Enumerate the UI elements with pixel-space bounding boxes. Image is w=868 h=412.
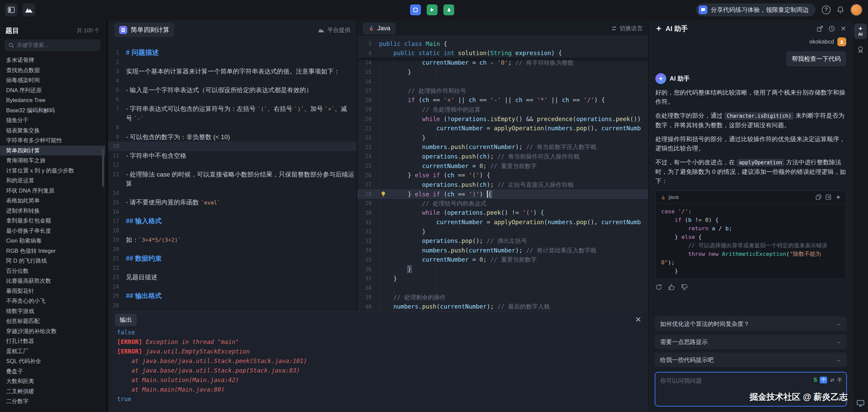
code-line[interactable]: 3public class Main { xyxy=(357,39,648,49)
sidebar-item[interactable]: 创意标题匹配 xyxy=(0,316,105,326)
problem-title-chip[interactable]: 简单四则计算 xyxy=(114,23,174,37)
sidebar-scrollbar[interactable] xyxy=(102,149,104,187)
line-number: 23 xyxy=(357,144,379,150)
sidebar-item[interactable]: Base32 编码和解码 xyxy=(0,105,105,116)
code-line[interactable]: 35 currentNumber = 0; // 重置当前数字 xyxy=(357,255,648,265)
code-line[interactable]: 16 xyxy=(357,77,648,86)
code-line[interactable]: 17 // 处理操作符和括号 xyxy=(357,86,648,96)
bell-icon[interactable] xyxy=(837,6,844,14)
sidebar-item[interactable]: Bytedance Tree xyxy=(0,95,105,105)
code-line[interactable]: 36 } xyxy=(357,264,648,274)
code-line[interactable]: 32 } xyxy=(357,227,648,236)
suggestion-chip[interactable]: 如何优化这个算法的时间复杂度？→ xyxy=(655,316,847,331)
activity-icon[interactable] xyxy=(856,45,865,53)
app-logo[interactable] xyxy=(22,3,35,16)
sidebar-item[interactable]: 叠盘子 xyxy=(0,366,105,377)
code-line[interactable]: 23 numbers.push(currentNumber); // 将当前数字… xyxy=(357,143,648,152)
sidebar-item[interactable]: Cion 勒索病毒 xyxy=(0,236,105,246)
regenerate-icon[interactable] xyxy=(655,284,662,291)
sidebar-item[interactable]: 拿到最多红包金额 xyxy=(0,216,105,226)
suggestion-chip[interactable]: 需要一点思路提示→ xyxy=(655,334,847,349)
apply-icon[interactable] xyxy=(835,194,841,200)
sidebar-item[interactable]: 比赛最高获胜次数 xyxy=(0,276,105,286)
user-avatar[interactable] xyxy=(850,4,863,16)
sidebar-item[interactable]: 进制求和转换 xyxy=(0,206,105,216)
tab-java[interactable]: Java xyxy=(363,22,396,34)
sidebar-item[interactable]: 暴雨梨花针 xyxy=(0,286,105,296)
sidebar-item[interactable]: SQL 代码补全 xyxy=(0,356,105,366)
sidebar-item[interactable]: 二分数字 xyxy=(0,396,105,407)
code-line[interactable]: 29 // 处理括号内的表达式 xyxy=(357,199,648,208)
code-line[interactable]: 34 numbers.push(currentNumber); // 将计算结果… xyxy=(357,246,648,255)
search-box[interactable] xyxy=(5,39,100,51)
sidebar-item[interactable]: 打孔计数器 xyxy=(0,336,105,346)
submit-button[interactable] xyxy=(443,4,454,15)
code-line[interactable]: 38 xyxy=(357,283,648,293)
sidebar-item[interactable]: 最小替换子串长度 xyxy=(0,226,105,236)
console-tab-output[interactable]: 输出 xyxy=(115,314,137,326)
sidebar-item[interactable]: 青海湖租车之旅 xyxy=(0,155,105,166)
suggestion-chip[interactable]: 给我一些代码提示吧→ xyxy=(655,352,847,367)
lightbulb-icon[interactable] xyxy=(380,191,387,197)
code-line[interactable]: 39 // 处理剩余的操作 xyxy=(357,293,648,302)
sidebar-item[interactable]: 蛋糕工厂 xyxy=(0,346,105,357)
code-line[interactable]: 24 operations.push(ch); // 将当前操作符压入操作符栈 xyxy=(357,152,648,161)
code-line[interactable]: 20 while (!operations.isEmpty() && prece… xyxy=(357,114,648,124)
sidebar-item[interactable]: 字符串有多少种可能性 xyxy=(0,135,105,146)
code-line[interactable]: 4 public static int solution(String expr… xyxy=(357,49,648,58)
insert-code-icon[interactable] xyxy=(825,194,831,200)
history-icon[interactable] xyxy=(829,26,835,32)
sidebar-item[interactable]: 猜数字游戏 xyxy=(0,306,105,316)
code-line[interactable]: 21 currentNumber = applyOperation(number… xyxy=(357,123,648,133)
sidebar-item[interactable]: RGB 色值转 Integer xyxy=(0,246,105,256)
copy-icon[interactable] xyxy=(816,194,821,200)
code-line[interactable]: 25 currentNumber = 0; // 重置当前数字 xyxy=(357,161,648,171)
sidebar-item[interactable]: 阿 D 的飞行路线 xyxy=(0,256,105,266)
share-icon[interactable] xyxy=(817,26,823,32)
ai-close-icon[interactable]: ✕ xyxy=(840,24,846,33)
ime-indicator: ⇄ xyxy=(830,377,834,383)
code-line[interactable]: 22 } xyxy=(357,133,648,143)
sidebar-item[interactable]: 查找热点数据 xyxy=(0,65,105,76)
sidebar-item[interactable]: 二叉树供暖 xyxy=(0,386,105,397)
run-button[interactable] xyxy=(427,4,438,15)
sidebar-item[interactable]: 环状 DNA 序列复原 xyxy=(0,186,105,196)
search-input[interactable] xyxy=(17,42,92,48)
sidebar-item[interactable]: 表格如此简单 xyxy=(0,196,105,206)
console-close-icon[interactable]: ✕ xyxy=(635,316,641,324)
sidebar-item[interactable]: 大数和距离 xyxy=(0,376,105,386)
sidebar-item[interactable]: 猫鱼分干 xyxy=(0,115,105,126)
help-button[interactable]: ? xyxy=(822,5,831,14)
code-line[interactable]: 26 } else if (ch == '(') { xyxy=(357,170,648,180)
sidebar-item[interactable]: 百分位数 xyxy=(0,266,105,276)
check-my-code-button[interactable]: 帮我检查一下代码 xyxy=(786,51,846,66)
code-line[interactable]: 28 } else if (ch == ')') { xyxy=(357,189,648,199)
sidebar-item[interactable]: 病毒感染时间 xyxy=(0,75,105,85)
monitor-icon[interactable] xyxy=(856,399,865,407)
code-line[interactable]: 14 currentNumber = ch - '0'; // 将字符转换为整数 xyxy=(357,58,648,67)
code-line[interactable]: 37 } xyxy=(357,274,648,283)
sidebar-item[interactable]: 和的逆运算 xyxy=(0,176,105,186)
sidebar-item[interactable]: 链表聚集交换 xyxy=(0,126,105,136)
code-line[interactable]: 15 } xyxy=(357,67,648,77)
thumbs-down-icon[interactable] xyxy=(681,284,688,291)
sidebar-item[interactable]: DNA 序列还原 xyxy=(0,85,105,96)
thumbs-up-icon[interactable] xyxy=(668,284,675,291)
sidebar-item[interactable]: 穿越沙漠的补给次数 xyxy=(0,326,105,336)
code-line[interactable]: 18 if (ch == '+' || ch == '-' || ch == '… xyxy=(357,96,648,105)
sidebar-item[interactable]: 不再贪心的小飞 xyxy=(0,296,105,306)
code-line[interactable]: 19 // 先处理栈中的运算 xyxy=(357,105,648,114)
ai-assistant-toggle[interactable]: AI xyxy=(854,23,867,39)
sidebar-item[interactable]: 多米诺骨牌 xyxy=(0,55,105,65)
format-button[interactable] xyxy=(410,4,421,15)
switch-language-button[interactable]: 切换语言 xyxy=(611,24,643,32)
sidebar-item[interactable]: 简单四则计算 xyxy=(0,146,105,156)
sidebar-item[interactable]: 计算位置 x 到 y 的最少步数 xyxy=(0,166,105,176)
promo-banner[interactable]: 分享代码练习体验，领限量定制周边 xyxy=(696,3,816,16)
code-line[interactable]: 31 currentNumber = applyOperation(number… xyxy=(357,217,648,227)
code-line[interactable]: 40 numbers.push(currentNumber); // 最后的数字… xyxy=(357,302,648,312)
code-line[interactable]: 27 operations.push(ch); // 左括号直接压入操作符栈 xyxy=(357,180,648,189)
code-line[interactable]: 33 operations.pop(); // 弹出左括号 xyxy=(357,236,648,246)
code-line[interactable]: 30 while (operations.peek() != '(') { xyxy=(357,208,648,218)
sidebar-toggle-button[interactable] xyxy=(5,3,18,16)
